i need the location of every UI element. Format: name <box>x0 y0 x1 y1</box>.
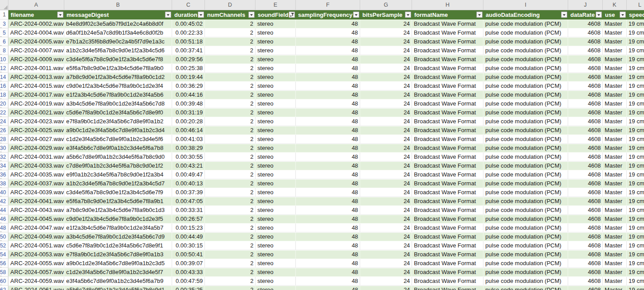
cell-filename[interactable]: ARC-2024-0047.wav <box>8 223 64 232</box>
cell-speed[interactable]: 19 cm. <box>627 20 644 28</box>
cell-speed[interactable]: 19 cm. <box>627 232 644 241</box>
cell-filename[interactable]: ARC-2024-0015.wav <box>8 82 64 90</box>
cell-messageDigest[interactable]: e9f0a1b2c3d4e5f6a7b8c9d0e1f2a3b4 <box>64 170 172 179</box>
cell-dataRate[interactable]: 4608 <box>568 206 603 215</box>
cell-filename[interactable]: ARC-2024-0004.wav <box>8 28 64 37</box>
cell-formatName[interactable]: Broadcast Wave Format <box>412 144 483 153</box>
cell-duration[interactable]: 0.00:37:39 <box>172 188 205 197</box>
cell-samplingFrequency[interactable]: 48 <box>296 268 360 277</box>
row-header-22[interactable]: 22 <box>0 108 8 117</box>
row-header-34[interactable]: 34 <box>0 161 8 170</box>
cell-speed[interactable]: 19 cm. <box>627 277 644 286</box>
cell-audioDataEncoding[interactable]: pulse code modulation (PCM) <box>483 117 568 126</box>
cell-soundField[interactable]: stereo <box>255 259 296 268</box>
cell-soundField[interactable]: stereo <box>255 126 296 135</box>
cell-samplingFrequency[interactable]: 48 <box>296 28 360 37</box>
row-header-56[interactable]: 56 <box>0 259 8 268</box>
cell-audioDataEncoding[interactable]: pulse code modulation (PCM) <box>483 108 568 117</box>
cell-duration[interactable]: 0.00:50:41 <box>172 250 205 259</box>
cell-samplingFrequency[interactable]: 48 <box>296 73 360 82</box>
cell-duration[interactable]: 0.00:26:57 <box>172 215 205 223</box>
cell-audioDataEncoding[interactable]: pulse code modulation (PCM) <box>483 20 568 28</box>
cell-samplingFrequency[interactable]: 48 <box>296 232 360 241</box>
cell-bitsPerSample[interactable]: 24 <box>360 37 412 46</box>
cell-samplingFrequency[interactable]: 48 <box>296 99 360 108</box>
cell-audioDataEncoding[interactable]: pulse code modulation (PCM) <box>483 64 568 73</box>
cell-speed[interactable]: 19 cm. <box>627 108 644 117</box>
cell-numChannels[interactable]: 2 <box>205 55 255 64</box>
cell-duration[interactable]: 0.00:36:29 <box>172 82 205 90</box>
cell-numChannels[interactable]: 2 <box>205 108 255 117</box>
cell-messageDigest[interactable]: d6a0f1b24e5a7c8d9b1f3a4e6c8d0f2b <box>64 28 172 37</box>
cell-bitsPerSample[interactable]: 24 <box>360 46 412 55</box>
cell-use[interactable]: Master <box>603 20 627 28</box>
row-header-48[interactable]: 48 <box>0 223 8 232</box>
filter-applied-button-soundField[interactable] <box>289 12 295 18</box>
cell-messageDigest[interactable]: c5d6e7f8a9b0c1d2e3f4a5b6c7d8e9f1 <box>64 241 172 250</box>
cell-speed[interactable]: 19 cm. <box>627 46 644 55</box>
cell-dataRate[interactable]: 4608 <box>568 46 603 55</box>
cell-numChannels[interactable]: 2 <box>205 250 255 259</box>
cell-numChannels[interactable]: 2 <box>205 197 255 206</box>
row-header-6[interactable]: 6 <box>0 37 8 46</box>
cell-bitsPerSample[interactable]: 24 <box>360 286 412 290</box>
cell-use[interactable]: Master <box>603 250 627 259</box>
cell-bitsPerSample[interactable]: 24 <box>360 144 412 153</box>
cell-duration[interactable]: 0.00:33:31 <box>172 206 205 215</box>
cell-formatName[interactable]: Broadcast Wave Format <box>412 20 483 28</box>
cell-audioDataEncoding[interactable]: pulse code modulation (PCM) <box>483 188 568 197</box>
row-header-12[interactable]: 12 <box>0 64 8 73</box>
cell-formatName[interactable]: Broadcast Wave Format <box>412 117 483 126</box>
cell-use[interactable]: Master <box>603 188 627 197</box>
cell-soundField[interactable]: stereo <box>255 37 296 46</box>
cell-bitsPerSample[interactable]: 24 <box>360 108 412 117</box>
cell-duration[interactable]: 0.00:47:05 <box>172 197 205 206</box>
cell-messageDigest[interactable]: a9b0c1d2e3f4a5b6c7d8e9f0a1b2c3d5 <box>64 259 172 268</box>
filter-button-messageDigest[interactable] <box>165 12 171 18</box>
cell-soundField[interactable]: stereo <box>255 82 296 90</box>
cell-samplingFrequency[interactable]: 48 <box>296 286 360 290</box>
cell-bitsPerSample[interactable]: 24 <box>360 170 412 179</box>
header-cell-samplingFrequency[interactable]: samplingFrequency <box>296 10 360 20</box>
cell-formatName[interactable]: Broadcast Wave Format <box>412 223 483 232</box>
cell-audioDataEncoding[interactable]: pulse code modulation (PCM) <box>483 73 568 82</box>
cell-dataRate[interactable]: 4608 <box>568 153 603 161</box>
cell-use[interactable]: Master <box>603 135 627 144</box>
cell-messageDigest[interactable]: c9d0e1f2a3b4c5d6e7f8a9b0c1d2e3f4 <box>64 82 172 90</box>
cell-audioDataEncoding[interactable]: pulse code modulation (PCM) <box>483 232 568 241</box>
cell-audioDataEncoding[interactable]: pulse code modulation (PCM) <box>483 277 568 286</box>
cell-dataRate[interactable]: 4608 <box>568 232 603 241</box>
cell-formatName[interactable]: Broadcast Wave Format <box>412 268 483 277</box>
cell-formatName[interactable]: Broadcast Wave Format <box>412 90 483 99</box>
cell-numChannels[interactable]: 2 <box>205 135 255 144</box>
cell-formatName[interactable]: Broadcast Wave Format <box>412 99 483 108</box>
cell-filename[interactable]: ARC-2024-0007.wav <box>8 46 64 55</box>
cell-numChannels[interactable]: 2 <box>205 90 255 99</box>
cell-samplingFrequency[interactable]: 48 <box>296 241 360 250</box>
cell-filename[interactable]: ARC-2024-0017.wav <box>8 90 64 99</box>
cell-speed[interactable]: 19 cm. <box>627 55 644 64</box>
cell-filename[interactable]: ARC-2024-0031.wav <box>8 153 64 161</box>
header-cell-messageDigest[interactable]: messageDigest <box>64 10 172 20</box>
cell-numChannels[interactable]: 2 <box>205 82 255 90</box>
cell-bitsPerSample[interactable]: 24 <box>360 99 412 108</box>
cell-soundField[interactable]: stereo <box>255 179 296 188</box>
cell-soundField[interactable]: stereo <box>255 170 296 179</box>
cell-numChannels[interactable]: 2 <box>205 206 255 215</box>
row-header-60[interactable]: 60 <box>0 277 8 286</box>
row-header-54[interactable]: 54 <box>0 250 8 259</box>
cell-formatName[interactable]: Broadcast Wave Format <box>412 55 483 64</box>
cell-dataRate[interactable]: 4608 <box>568 188 603 197</box>
cell-bitsPerSample[interactable]: 24 <box>360 28 412 37</box>
cell-numChannels[interactable]: 2 <box>205 179 255 188</box>
cell-dataRate[interactable]: 4608 <box>568 286 603 290</box>
filter-button-use[interactable] <box>620 12 626 18</box>
column-header-I[interactable]: I <box>483 0 568 10</box>
cell-formatName[interactable]: Broadcast Wave Format <box>412 232 483 241</box>
cell-duration[interactable]: 0.00:20:28 <box>172 117 205 126</box>
cell-duration[interactable]: 0.00:47:59 <box>172 277 205 286</box>
cell-speed[interactable]: 19 cm. <box>627 144 644 153</box>
cell-duration[interactable]: 0.00:25:38 <box>172 64 205 73</box>
cell-messageDigest[interactable]: a1b2c3d4e5f6a7b8c9d0e1f2a3b4c5d6 <box>64 46 172 55</box>
cell-duration[interactable]: 0.00:19:44 <box>172 73 205 82</box>
